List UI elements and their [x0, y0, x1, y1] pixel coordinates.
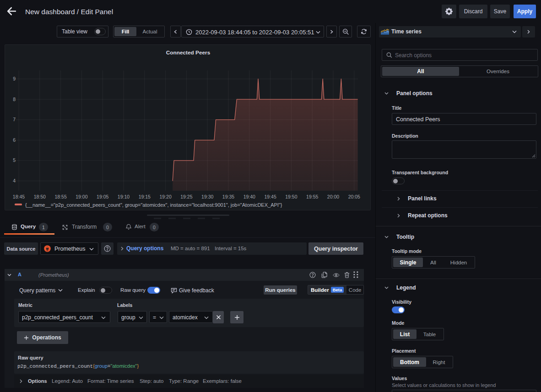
svg-text:18:45: 18:45 — [13, 194, 25, 199]
svg-text:19:25: 19:25 — [180, 194, 192, 199]
svg-text:19:55: 19:55 — [306, 194, 318, 199]
svg-text:6: 6 — [13, 137, 16, 143]
svg-text:20:05: 20:05 — [348, 194, 360, 199]
svg-text:4: 4 — [13, 178, 16, 183]
svg-text:19:30: 19:30 — [201, 194, 213, 199]
svg-text:Connected Peers: Connected Peers — [166, 49, 211, 56]
svg-text:19:40: 19:40 — [243, 194, 255, 199]
svg-text:18:55: 18:55 — [54, 194, 66, 199]
svg-text:20:00: 20:00 — [327, 194, 339, 199]
svg-text:19:50: 19:50 — [285, 194, 297, 199]
svg-text:19:35: 19:35 — [222, 194, 234, 199]
svg-text:19:45: 19:45 — [264, 194, 276, 199]
svg-text:19:20: 19:20 — [159, 194, 171, 199]
svg-text:18:50: 18:50 — [34, 194, 46, 199]
svg-text:8: 8 — [13, 97, 16, 102]
svg-text:19:10: 19:10 — [118, 194, 130, 199]
svg-text:9: 9 — [13, 76, 16, 81]
svg-text:5: 5 — [13, 157, 16, 163]
svg-text:7: 7 — [13, 117, 16, 122]
svg-text:19:05: 19:05 — [97, 194, 108, 199]
svg-text:19:15: 19:15 — [139, 194, 151, 199]
svg-text:{__name__="p2p_connected_peers: {__name__="p2p_connected_peers_count", g… — [25, 202, 282, 208]
svg-text:19:00: 19:00 — [76, 194, 87, 199]
